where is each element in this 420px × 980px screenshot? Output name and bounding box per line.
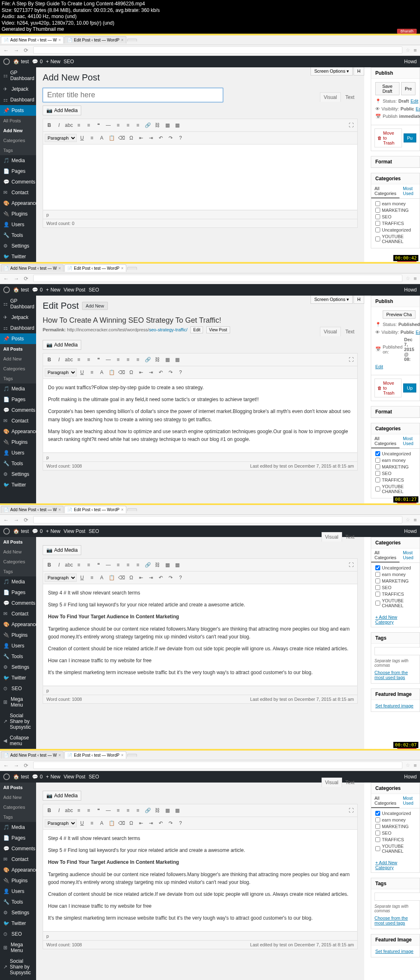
more-icon[interactable]: ▦ <box>163 121 172 130</box>
sidebar-comments[interactable]: 💬Comments <box>0 843 36 854</box>
seo-link[interactable]: SEO <box>89 774 99 780</box>
cat-check[interactable]: TRAFFICS <box>375 477 415 482</box>
cat-check[interactable]: Uncategorized <box>375 565 415 570</box>
sidebar-posts[interactable]: 📌Posts <box>0 105 36 116</box>
sidebar-all-posts[interactable]: All Posts <box>0 783 36 792</box>
new-link[interactable]: + New <box>46 287 60 293</box>
ul-icon[interactable]: ≡ <box>74 355 83 364</box>
cat-check[interactable]: Uncategorized <box>375 227 415 232</box>
ul-icon[interactable]: ≡ <box>74 560 83 569</box>
menu-icon[interactable]: ≡ <box>412 275 418 282</box>
cat-check[interactable]: TRAFFICS <box>375 837 415 842</box>
clear-icon[interactable]: ⌫ <box>117 573 126 582</box>
view-post-button[interactable]: View Post <box>206 326 230 333</box>
sidebar-social-share[interactable]: ↗Social Share by Supsystic <box>0 710 36 732</box>
new-link[interactable]: + New <box>46 528 60 534</box>
sidebar-mega-menu[interactable]: ⊞Mega Menu <box>0 694 36 710</box>
cat-check[interactable]: earn money <box>375 572 415 577</box>
sidebar-categories[interactable]: Categories <box>0 557 36 567</box>
save-draft-button[interactable]: Save Draft <box>375 82 399 95</box>
all-categories-tab[interactable]: All Categories <box>371 794 399 808</box>
text-tab[interactable]: Text <box>342 93 358 102</box>
seo-link[interactable]: SEO <box>64 59 74 64</box>
sidebar-collapse[interactable]: ◀Collapse menu <box>0 978 36 980</box>
sidebar-add-new[interactable]: Add New <box>0 126 36 135</box>
reload-button[interactable]: ⟳ <box>22 275 30 282</box>
sidebar-settings[interactable]: ⚙Settings <box>0 662 36 672</box>
wordpress-icon[interactable] <box>3 287 10 293</box>
justify-icon[interactable]: ≡ <box>87 819 96 828</box>
redo-icon[interactable]: ↷ <box>166 133 175 142</box>
back-button[interactable]: ← <box>2 762 10 769</box>
new-link[interactable]: + New <box>46 59 60 64</box>
help-icon[interactable]: ? <box>176 368 185 377</box>
sidebar-contact[interactable]: ✉Contact <box>0 854 36 865</box>
more-icon[interactable]: ▦ <box>163 560 172 569</box>
textcolor-icon[interactable]: A <box>97 819 106 828</box>
sidebar-twitter[interactable]: 🐦Twitter <box>0 672 36 683</box>
browser-tab-1[interactable]: 📄Add New Post ‹ test — W× <box>1 36 64 44</box>
align-right-icon[interactable]: ≡ <box>133 355 142 364</box>
more-icon[interactable]: ▦ <box>163 806 172 815</box>
indent-icon[interactable]: ⇥ <box>146 573 155 582</box>
visual-tab[interactable]: Visual <box>320 327 340 336</box>
sidebar-plugins[interactable]: 🔌Plugins <box>0 209 36 219</box>
undo-icon[interactable]: ↶ <box>156 368 165 377</box>
sidebar-twitter[interactable]: 🐦Twitter <box>0 918 36 929</box>
sidebar-plugins[interactable]: 🔌Plugins <box>0 630 36 640</box>
sidebar-seo[interactable]: ⊙SEO <box>0 929 36 939</box>
sidebar-pages[interactable]: 📄Pages <box>0 394 36 405</box>
ol-icon[interactable]: ≡ <box>84 355 93 364</box>
bold-icon[interactable]: B <box>45 121 54 130</box>
sidebar-settings[interactable]: ⚙Settings <box>0 241 36 251</box>
forward-button[interactable]: → <box>12 517 21 523</box>
char-icon[interactable]: Ω <box>127 133 136 142</box>
wordpress-icon[interactable] <box>3 58 10 65</box>
reload-button[interactable]: ⟳ <box>22 47 30 53</box>
cat-check[interactable]: YOUTUBE CHANNEL <box>375 234 415 244</box>
ol-icon[interactable]: ≡ <box>84 806 93 815</box>
sidebar-gp-dashboard[interactable]: ⚏GP Dashboard <box>0 296 36 312</box>
sidebar-media[interactable]: 🎵Media <box>0 576 36 587</box>
clear-icon[interactable]: ⌫ <box>117 819 126 828</box>
forward-button[interactable]: → <box>12 762 21 769</box>
site-link[interactable]: 🏠 test <box>13 774 29 780</box>
visual-tab[interactable]: Visual <box>320 92 340 102</box>
sidebar-tags[interactable]: Tags <box>0 145 36 155</box>
fullscreen-icon[interactable]: ⛶ <box>347 560 356 569</box>
sidebar-plugins[interactable]: 🔌Plugins <box>0 437 36 448</box>
comments-link[interactable]: 💬 0 <box>32 528 43 534</box>
star-icon[interactable]: ☆ <box>406 275 410 281</box>
sidebar-all-posts[interactable]: All Posts <box>0 344 36 354</box>
sidebar-users[interactable]: 👤Users <box>0 886 36 897</box>
add-media-button[interactable]: 📷 Add Media <box>43 545 81 555</box>
editor-body[interactable]: Step 4 # It will show relevant search te… <box>43 830 358 932</box>
paste-icon[interactable]: 📋 <box>107 819 116 828</box>
align-right-icon[interactable]: ≡ <box>133 560 142 569</box>
edit-vis-link[interactable]: Edit <box>416 330 420 335</box>
redo-icon[interactable]: ↷ <box>166 368 175 377</box>
cat-check[interactable]: SEO <box>375 585 415 590</box>
strike-icon[interactable]: abc <box>64 355 73 364</box>
all-categories-tab[interactable]: All Categories <box>371 434 399 448</box>
unlink-icon[interactable]: ⛓ <box>153 806 162 815</box>
sidebar-dashboard[interactable]: ⚏Dashboard <box>0 323 36 333</box>
link-icon[interactable]: 🔗 <box>143 806 152 815</box>
paragraph-select[interactable]: Paragraph <box>45 134 77 142</box>
sidebar-contact[interactable]: ✉Contact <box>0 415 36 426</box>
back-button[interactable]: ← <box>2 517 10 523</box>
align-left-icon[interactable]: ≡ <box>114 560 123 569</box>
sidebar-media[interactable]: 🎵Media <box>0 383 36 394</box>
most-used-tab[interactable]: Most Used <box>399 184 420 198</box>
url-bar[interactable] <box>33 275 402 282</box>
visual-tab[interactable]: Visual <box>322 532 342 542</box>
indent-icon[interactable]: ⇥ <box>146 819 155 828</box>
undo-icon[interactable]: ↶ <box>156 819 165 828</box>
align-right-icon[interactable]: ≡ <box>133 121 142 130</box>
sidebar-users[interactable]: 👤Users <box>0 219 36 230</box>
screen-options-button[interactable]: Screen Options ▾ <box>310 296 353 304</box>
howdy[interactable]: Howd <box>404 528 417 534</box>
view-post-link[interactable]: View Post <box>64 774 85 780</box>
trash-link[interactable]: 🗑 Move to Trash <box>374 129 402 147</box>
add-new-button[interactable]: Add New <box>82 302 108 310</box>
